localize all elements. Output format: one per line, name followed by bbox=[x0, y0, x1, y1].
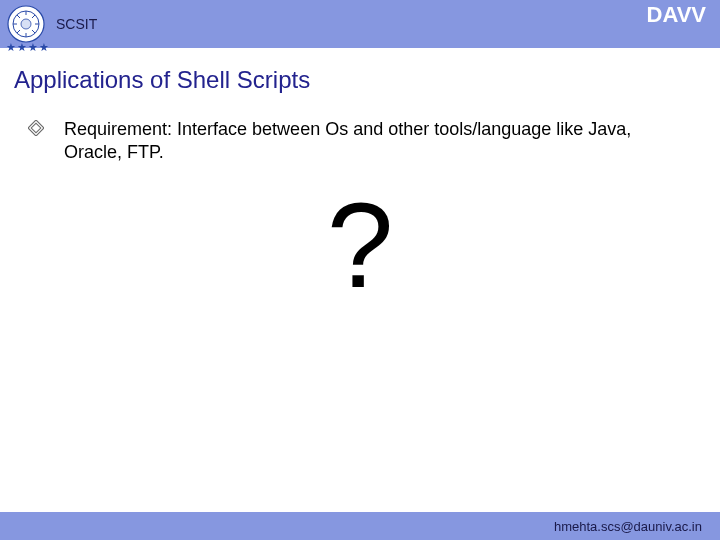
header-right-label: DAVV bbox=[647, 2, 707, 28]
bullet-text: Requirement: Interface between Os and ot… bbox=[64, 118, 692, 165]
star-icon: ★ bbox=[6, 42, 16, 53]
star-icon: ★ bbox=[17, 42, 27, 53]
header-bar: SCSIT DAVV bbox=[0, 0, 720, 48]
footer-email: hmehta.scs@dauniv.ac.in bbox=[554, 519, 702, 534]
slide-body: Requirement: Interface between Os and ot… bbox=[0, 94, 720, 305]
svg-rect-12 bbox=[31, 123, 41, 133]
header-left-label: SCSIT bbox=[56, 16, 97, 32]
stars-decoration: ★ ★ ★ ★ bbox=[6, 42, 49, 53]
star-icon: ★ bbox=[28, 42, 38, 53]
star-icon: ★ bbox=[39, 42, 49, 53]
diamond-bullet-icon bbox=[28, 120, 44, 140]
footer-bar: hmehta.scs@dauniv.ac.in bbox=[0, 512, 720, 540]
bullet-item: Requirement: Interface between Os and ot… bbox=[28, 118, 692, 165]
question-mark: ? bbox=[28, 185, 692, 305]
institution-logo bbox=[6, 4, 46, 44]
svg-rect-11 bbox=[28, 120, 44, 136]
slide-title: Applications of Shell Scripts bbox=[14, 66, 720, 94]
svg-point-2 bbox=[21, 19, 31, 29]
